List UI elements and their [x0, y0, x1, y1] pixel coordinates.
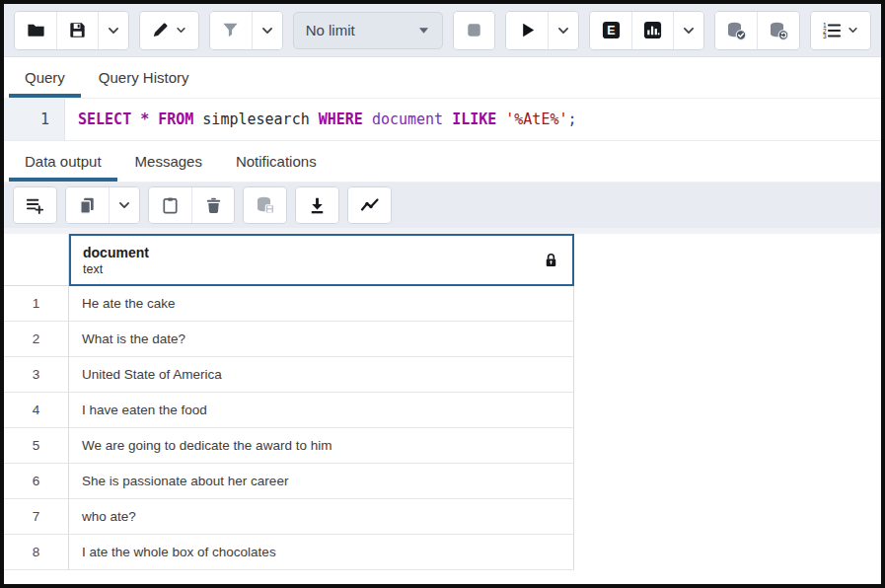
sql-operator: *: [140, 110, 149, 128]
chevron-down-icon: [680, 22, 698, 39]
tab-query-history[interactable]: Query History: [83, 57, 205, 98]
copy-options-button[interactable]: [109, 187, 139, 223]
commit-icon: [725, 20, 747, 41]
macros-button-group: 123: [810, 11, 871, 50]
explain-button[interactable]: E: [590, 12, 631, 49]
tab-messages-label: Messages: [135, 153, 202, 170]
row-number[interactable]: 3: [4, 357, 69, 393]
sql-column-name: document: [372, 110, 443, 128]
explain-analyze-button[interactable]: [631, 12, 673, 49]
column-header-document[interactable]: document text: [69, 234, 574, 286]
tab-query[interactable]: Query: [9, 57, 81, 98]
table-row: 6 She is passionate about her career: [4, 464, 881, 499]
tab-notifications-label: Notifications: [236, 153, 317, 170]
filter-button-group: [209, 11, 283, 50]
line-number: 1: [40, 110, 49, 128]
file-button-group: [14, 11, 129, 50]
row-number[interactable]: 4: [4, 393, 69, 428]
stop-button[interactable]: [454, 12, 495, 49]
save-file-button[interactable]: [56, 12, 98, 49]
row-cell[interactable]: What is the date?: [69, 322, 574, 357]
graph-group: [347, 186, 392, 224]
sql-keyword: FROM: [158, 110, 193, 128]
row-cell[interactable]: who ate?: [69, 499, 574, 535]
sql-table-name: simplesearch: [202, 110, 309, 128]
sql-keyword: ILIKE: [452, 110, 496, 128]
row-cell[interactable]: She is passionate about her career: [69, 464, 574, 499]
table-row: 5 We are going to dedicate the award to …: [4, 428, 881, 464]
save-results-group: [295, 186, 339, 224]
svg-text:E: E: [607, 24, 615, 37]
save-results-button[interactable]: [296, 187, 338, 223]
folder-icon: [26, 20, 46, 40]
tab-query-label: Query: [25, 69, 65, 86]
row-cell[interactable]: I ate the whole box of chocolates: [69, 535, 574, 570]
tab-data-output[interactable]: Data output: [9, 141, 117, 182]
table-row: 8 I ate the whole box of chocolates: [4, 535, 881, 570]
copy-group: [65, 186, 140, 224]
row-number[interactable]: 6: [4, 464, 69, 499]
execute-options-button[interactable]: [548, 12, 578, 49]
paste-delete-group: [148, 186, 235, 224]
tab-notifications[interactable]: Notifications: [220, 141, 332, 182]
explain-icon: E: [601, 20, 622, 40]
row-number[interactable]: 8: [4, 535, 69, 570]
grid-header-row: document text: [4, 234, 881, 286]
play-icon: [517, 20, 538, 40]
row-cell[interactable]: United State of America: [69, 357, 574, 393]
add-row-icon: [25, 195, 45, 216]
sql-terminator: ;: [568, 110, 577, 128]
row-cell[interactable]: We are going to dedicate the award to hi…: [69, 428, 574, 464]
row-limit-select[interactable]: No limit: [293, 12, 443, 49]
save-options-button[interactable]: [98, 12, 128, 49]
svg-text:3: 3: [823, 33, 827, 39]
row-number[interactable]: 2: [4, 322, 69, 357]
graph-visualiser-button[interactable]: [348, 187, 391, 223]
table-row: 3 United State of America: [4, 357, 881, 393]
explain-options-button[interactable]: [673, 12, 703, 49]
filter-button[interactable]: [210, 12, 252, 49]
delete-button[interactable]: [191, 187, 234, 223]
tab-data-output-label: Data output: [25, 153, 102, 170]
grid-toolbar: [4, 183, 881, 228]
edit-button[interactable]: [140, 12, 198, 49]
column-name: document: [83, 245, 542, 260]
explain-button-group: E: [589, 11, 704, 50]
row-number[interactable]: 7: [4, 499, 69, 535]
execute-button[interactable]: [506, 12, 548, 49]
dropdown-arrow-icon: [417, 25, 430, 36]
line-chart-icon: [359, 194, 381, 216]
clipboard-icon: [160, 195, 181, 216]
tab-messages[interactable]: Messages: [119, 141, 218, 182]
row-cell[interactable]: I have eaten the food: [69, 393, 574, 428]
select-all-corner[interactable]: [4, 234, 69, 286]
stop-button-group: [453, 11, 496, 50]
pencil-icon: [150, 20, 171, 40]
row-number[interactable]: 5: [4, 428, 69, 464]
save-data-changes-button[interactable]: [244, 187, 286, 223]
transaction-button-group: [714, 11, 800, 50]
sql-editor[interactable]: 1 SELECT * FROM simplesearch WHERE docum…: [4, 99, 881, 141]
macros-button[interactable]: 123: [811, 12, 870, 49]
results-grid: document text 1 He ate the cake 2 What i…: [4, 228, 881, 584]
commit-button[interactable]: [715, 12, 757, 49]
sql-code-line[interactable]: SELECT * FROM simplesearch WHERE documen…: [65, 99, 577, 140]
filter-options-button[interactable]: [252, 12, 282, 49]
table-row: 2 What is the date?: [4, 322, 881, 357]
download-icon: [307, 195, 328, 216]
copy-button[interactable]: [66, 187, 109, 223]
rollback-button[interactable]: [757, 12, 799, 49]
column-type: text: [83, 262, 542, 276]
open-file-button[interactable]: [15, 12, 56, 49]
row-number[interactable]: 1: [4, 286, 69, 322]
line-number-gutter: 1: [4, 99, 65, 140]
chevron-down-icon: [846, 23, 860, 37]
chevron-down-icon: [174, 23, 188, 37]
add-row-button[interactable]: [14, 187, 56, 223]
paste-button[interactable]: [149, 187, 191, 223]
column-header-texts: document text: [83, 245, 542, 276]
explain-analyze-icon: [642, 20, 663, 40]
add-row-group: [13, 186, 57, 224]
row-cell[interactable]: He ate the cake: [69, 286, 574, 322]
main-toolbar: No limit E: [4, 4, 881, 57]
